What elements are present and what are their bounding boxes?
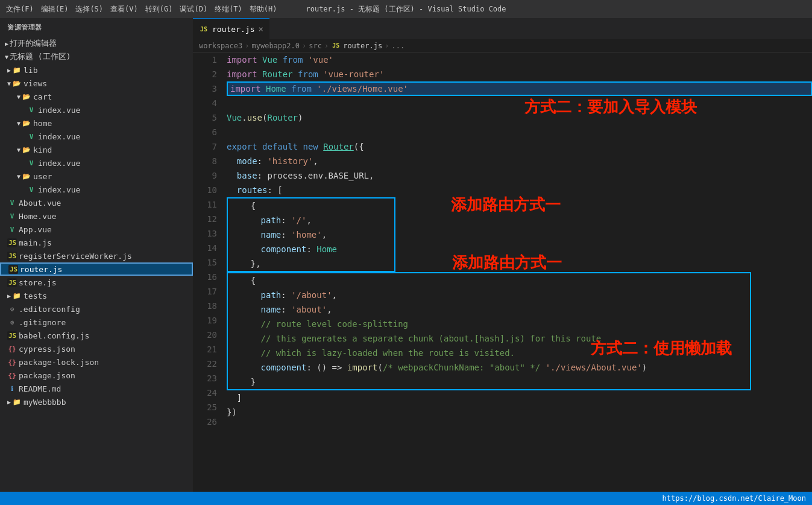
sidebar-item-gitignore[interactable]: ⚙ .gitignore: [0, 316, 193, 329]
sidebar-about-label: About.vue: [19, 199, 61, 208]
sidebar-item-package-json[interactable]: {} package.json: [0, 369, 193, 382]
menu-view[interactable]: 查看(V): [110, 4, 138, 14]
sidebar-kind-label: kind: [33, 145, 52, 154]
code-line-3: import Home from './views/Home.vue': [227, 81, 812, 96]
gear-icon: ⚙: [7, 305, 17, 313]
code-line-19: // route level code-splitting: [228, 317, 750, 331]
menu-terminal[interactable]: 终端(T): [215, 4, 242, 14]
sidebar-item-home-vue[interactable]: V Home.vue: [0, 209, 193, 223]
code-line-22: component: () => import(/* webpackChunkN…: [228, 360, 750, 375]
menu-edit[interactable]: 编辑(E): [41, 4, 69, 14]
sidebar-item-user-index[interactable]: V index.vue: [0, 183, 193, 196]
sidebar-item-cart[interactable]: ▼ 📂 cart: [0, 90, 193, 103]
code-line-7: export default new Router({: [227, 139, 812, 154]
sidebar-item-lib[interactable]: ▶ 📁 lib: [0, 63, 193, 77]
menu-bar[interactable]: 文件(F) 编辑(E) 选择(S) 查看(V) 转到(G) 调试(D) 终端(T…: [6, 4, 277, 14]
sidebar-item-app-vue[interactable]: V App.vue: [0, 223, 193, 236]
sidebar-babel-config-label: babel.config.js: [19, 331, 89, 340]
status-url: https://blog.csdn.net/Claire_Moon: [663, 494, 806, 503]
sidebar-item-home[interactable]: ▼ 📂 home: [0, 116, 193, 130]
chevron-right-icon: ▶: [7, 293, 11, 299]
code-content[interactable]: import Vue from 'vue' import Router from…: [222, 52, 812, 492]
tab-router-js[interactable]: JS router.js ×: [193, 18, 269, 39]
sidebar-open-editors[interactable]: ▶ 打开的编辑器: [0, 37, 193, 50]
chevron-down-icon: ▼: [17, 120, 20, 127]
sidebar-item-cypress-json[interactable]: {} cypress.json: [0, 342, 193, 355]
sidebar-item-babel-config[interactable]: JS babel.config.js: [0, 329, 193, 342]
menu-select[interactable]: 选择(S): [75, 4, 103, 14]
folder-open-icon: 📂: [22, 93, 31, 101]
tab-close-button[interactable]: ×: [259, 25, 263, 33]
menu-help[interactable]: 帮助(H): [250, 4, 277, 14]
info-icon: ℹ: [7, 385, 17, 393]
sidebar-item-editorconfig[interactable]: ⚙ .editorconfig: [0, 302, 193, 316]
folder-open-icon: 📂: [22, 146, 31, 154]
sidebar-item-tests[interactable]: ▶ 📁 tests: [0, 289, 193, 302]
code-line-24: ]: [227, 390, 812, 405]
sidebar-item-register-js[interactable]: JS registerServiceWorker.js: [0, 249, 193, 262]
code-line-9: base: process.env.BASE_URL,: [227, 168, 812, 183]
menu-debug[interactable]: 调试(D): [180, 4, 207, 14]
js-icon: JS: [8, 265, 18, 274]
chevron-right-icon: ▶: [7, 399, 11, 405]
sidebar-cart-label: cart: [33, 92, 52, 101]
sidebar-package-lock-label: package-lock.json: [19, 358, 99, 367]
sidebar-user-index-label: index.vue: [38, 185, 80, 194]
breadcrumb: workspace3 › mywebapp2.0 › src › JS rout…: [193, 39, 812, 52]
sidebar-workspace[interactable]: ▼ 无标题 (工作区): [0, 50, 193, 63]
js-icon: JS: [7, 252, 17, 261]
chevron-down-icon: ▼: [17, 147, 20, 153]
sidebar-item-user[interactable]: ▼ 📂 user: [0, 170, 193, 183]
window-title: router.js - 无标题 (工作区) - Visual Studio Co…: [306, 4, 506, 14]
sidebar-home-vue-label: Home.vue: [19, 212, 57, 221]
sidebar: 资源管理器 ▶ 打开的编辑器 ▼ 无标题 (工作区) ▶ 📁 lib ▼ 📂 v…: [0, 18, 193, 492]
chevron-down-icon: ▼: [17, 94, 20, 100]
menu-goto[interactable]: 转到(G): [145, 4, 173, 14]
breadcrumb-dots: ...: [391, 42, 404, 50]
titlebar: 文件(F) 编辑(E) 选择(S) 查看(V) 转到(G) 调试(D) 终端(T…: [0, 0, 812, 18]
sidebar-item-about[interactable]: V About.vue: [0, 196, 193, 209]
open-editors-label: 打开的编辑器: [10, 38, 57, 49]
sidebar-package-json-label: package.json: [19, 371, 75, 380]
vue-icon: V: [7, 226, 17, 233]
js-icon: JS: [7, 238, 17, 247]
sidebar-item-kind-index[interactable]: V index.vue: [0, 156, 193, 170]
code-editor[interactable]: 1 2 3 4 5 6 7 8 9 10 11 12 13 14 15 16 1…: [193, 52, 812, 492]
sidebar-home-label: home: [33, 119, 52, 128]
sidebar-main-js-label: main.js: [19, 238, 52, 247]
sidebar-item-mywebbbbb[interactable]: ▶ 📁 myWebbbbb: [0, 395, 193, 408]
folder-open-icon: 📂: [12, 80, 22, 87]
breadcrumb-file: router.js: [343, 42, 382, 50]
code-line-8: mode: 'history',: [227, 154, 812, 168]
json-icon: {}: [7, 358, 17, 366]
sidebar-item-main-js[interactable]: JS main.js: [0, 236, 193, 249]
sidebar-mywebbbbb-label: myWebbbbb: [24, 398, 66, 407]
sidebar-item-home-index[interactable]: V index.vue: [0, 130, 193, 143]
sidebar-item-cart-index[interactable]: V index.vue: [0, 103, 193, 116]
sidebar-item-store-js[interactable]: JS store.js: [0, 276, 193, 289]
code-line-18: name: 'about',: [228, 302, 750, 317]
vue-icon: V: [27, 186, 36, 194]
code-line-10: routes: [: [227, 183, 812, 197]
menu-file[interactable]: 文件(F): [6, 4, 34, 14]
sidebar-item-readme[interactable]: ℹ README.md: [0, 382, 193, 395]
sidebar-store-js-label: store.js: [19, 278, 57, 287]
sidebar-lib-label: lib: [24, 66, 37, 75]
sidebar-register-js-label: registerServiceWorker.js: [19, 252, 132, 261]
status-bar: https://blog.csdn.net/Claire_Moon: [0, 492, 812, 505]
sidebar-editorconfig-label: .editorconfig: [19, 305, 80, 314]
vue-icon: V: [7, 212, 17, 220]
vue-icon: V: [27, 106, 36, 114]
chevron-right-icon: ▶: [7, 67, 11, 74]
sidebar-tests-label: tests: [24, 291, 47, 300]
line-numbers: 1 2 3 4 5 6 7 8 9 10 11 12 13 14 15 16 1…: [193, 52, 222, 492]
sidebar-item-package-lock[interactable]: {} package-lock.json: [0, 355, 193, 369]
js-icon: JS: [331, 42, 341, 49]
code-line-20: // this generates a separate chunk (abou…: [228, 331, 750, 346]
folder-icon: 📁: [12, 292, 22, 300]
folder-icon: 📁: [12, 66, 22, 74]
workspace-label: 无标题 (工作区): [10, 51, 71, 62]
sidebar-item-kind[interactable]: ▼ 📂 kind: [0, 143, 193, 156]
sidebar-item-views[interactable]: ▼ 📂 views: [0, 77, 193, 90]
sidebar-item-router-js[interactable]: JS router.js: [0, 262, 193, 276]
